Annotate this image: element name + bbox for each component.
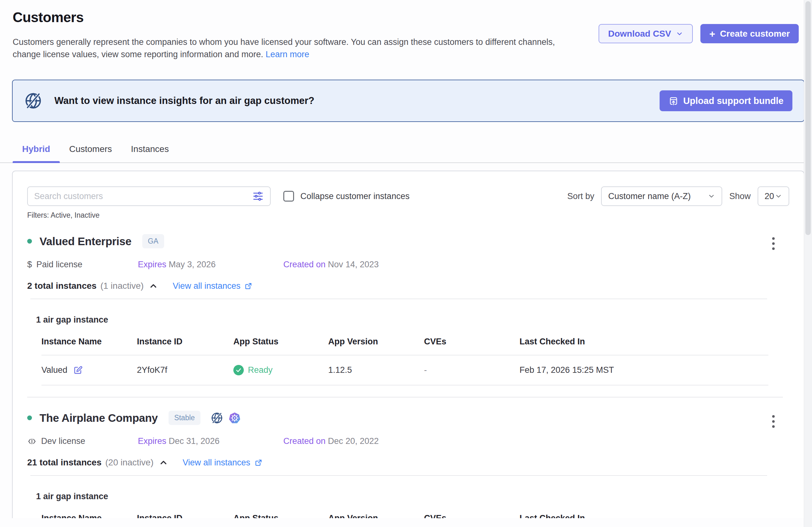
- channel-icons: [211, 412, 241, 424]
- created-date: Dec 20, 2022: [328, 436, 379, 446]
- created-info: Created on Dec 20, 2022: [283, 436, 429, 446]
- kebab-menu-button[interactable]: [770, 236, 777, 252]
- instances-table: Instance Name Instance ID App Status App…: [41, 513, 768, 518]
- learn-more-link[interactable]: Learn more: [266, 50, 309, 59]
- divider: [30, 475, 767, 476]
- edit-icon[interactable]: [73, 365, 83, 375]
- airgap-instance-count: 1 air gap instance: [36, 315, 789, 325]
- external-link-icon: [244, 282, 253, 290]
- tab-bar: Hybrid Customers Instances: [0, 139, 812, 163]
- expires-info: Expires Dec 31, 2026: [138, 436, 283, 446]
- download-csv-button[interactable]: Download CSV: [598, 24, 693, 43]
- collapse-caret-up-icon[interactable]: [149, 281, 158, 291]
- upload-button-label: Upload support bundle: [683, 96, 784, 106]
- col-app-status: App Status: [233, 513, 328, 518]
- show-select[interactable]: 20: [758, 186, 789, 206]
- view-all-instances-link[interactable]: View all instances: [183, 458, 263, 468]
- tab-instances[interactable]: Instances: [121, 139, 178, 162]
- col-cves: CVEs: [424, 513, 520, 518]
- collapse-instances-label: Collapse customer instances: [300, 192, 409, 201]
- license-label: Paid license: [37, 260, 83, 270]
- col-instance-id: Instance ID: [137, 513, 233, 518]
- license-type: $ Paid license: [27, 260, 138, 270]
- created-on-label: Created on: [283, 436, 326, 446]
- chevron-down-icon: [708, 192, 715, 200]
- airgap-globe-icon: [211, 412, 223, 424]
- expires-info: Expires May 3, 2026: [138, 260, 283, 270]
- airgap-globe-icon: [24, 92, 42, 110]
- instances-summary-row: 21 total instances (20 inactive) View al…: [27, 457, 789, 468]
- col-instance-id: Instance ID: [137, 337, 233, 347]
- collapse-instances-checkbox[interactable]: [283, 191, 294, 201]
- license-type: Dev license: [27, 436, 138, 446]
- create-customer-button[interactable]: + Create customer: [700, 24, 799, 43]
- search-box: [27, 186, 271, 206]
- col-app-version: App Version: [328, 337, 424, 347]
- check-circle-icon: [233, 365, 244, 375]
- created-info: Created on Nov 14, 2023: [283, 260, 429, 270]
- expires-label: Expires: [138, 436, 166, 446]
- scrollbar-thumb[interactable]: [806, 1, 811, 235]
- banner-title: Want to view instance insights for an ai…: [54, 95, 314, 106]
- sort-by-select[interactable]: Customer name (A-Z): [601, 186, 722, 206]
- total-instances-count: 2 total instances: [27, 281, 97, 291]
- cves-value: -: [424, 365, 520, 375]
- search-input[interactable]: [34, 192, 252, 201]
- expires-date: Dec 31, 2026: [169, 436, 220, 446]
- last-checked-in: Feb 17, 2026 15:25 MST: [520, 365, 768, 375]
- customer-name[interactable]: Valued Enterprise: [40, 235, 132, 248]
- app-version: 1.12.5: [328, 365, 424, 375]
- customer-name-row: The Airplane Company Stable: [27, 411, 789, 425]
- external-link-icon: [254, 458, 263, 467]
- total-instances-count: 21 total instances: [27, 457, 102, 468]
- toolbar: Collapse customer instances Sort by Cust…: [13, 171, 804, 206]
- kebab-menu-button[interactable]: [770, 413, 777, 430]
- kubernetes-icon: [228, 412, 241, 424]
- tab-customers[interactable]: Customers: [60, 139, 121, 162]
- app-status-text: Ready: [248, 365, 273, 375]
- expires-label: Expires: [138, 260, 166, 269]
- vertical-scrollbar[interactable]: [804, 0, 812, 527]
- col-cves: CVEs: [424, 337, 520, 347]
- create-customer-label: Create customer: [720, 29, 790, 39]
- collapse-instances-group: Collapse customer instances: [283, 191, 409, 201]
- active-status-dot: [27, 416, 32, 420]
- view-all-instances-label: View all instances: [183, 458, 250, 468]
- inactive-instances-note: (1 inactive): [100, 281, 144, 291]
- customer-meta-row: $ Paid license Expires May 3, 2026 Creat…: [27, 260, 789, 270]
- collapse-caret-up-icon[interactable]: [159, 458, 168, 467]
- view-all-instances-link[interactable]: View all instances: [173, 281, 253, 291]
- app-status-cell: Ready: [233, 365, 328, 375]
- page-title: Customers: [13, 10, 799, 25]
- instance-name: Valued: [41, 365, 67, 375]
- instances-table: Instance Name Instance ID App Status App…: [41, 337, 768, 386]
- instance-id: 2YfoK7f: [137, 365, 233, 375]
- instances-summary-row: 2 total instances (1 inactive) View all …: [27, 281, 789, 291]
- page-description: Customers generally represent the compan…: [13, 36, 574, 61]
- toolbar-right: Sort by Customer name (A-Z) Show 20: [567, 186, 789, 206]
- view-all-instances-label: View all instances: [173, 281, 240, 291]
- active-status-dot: [27, 239, 32, 244]
- col-instance-name: Instance Name: [41, 513, 137, 518]
- sort-by-value: Customer name (A-Z): [608, 192, 691, 201]
- tab-hybrid[interactable]: Hybrid: [13, 139, 60, 162]
- upload-icon: [668, 96, 679, 106]
- filter-sliders-icon[interactable]: [252, 191, 264, 202]
- chevron-down-icon: [775, 192, 782, 200]
- dollar-icon: $: [27, 260, 32, 270]
- instances-table-header: Instance Name Instance ID App Status App…: [41, 513, 768, 518]
- upload-support-bundle-button[interactable]: Upload support bundle: [659, 90, 793, 111]
- col-last-checked-in: Last Checked In: [520, 513, 768, 518]
- col-app-version: App Version: [328, 513, 424, 518]
- table-row: Valued 2YfoK7f Ready: [41, 356, 768, 386]
- page-header: Customers Customers generally represent …: [0, 0, 812, 61]
- instances-table-header: Instance Name Instance ID App Status App…: [41, 337, 768, 356]
- show-label: Show: [729, 192, 751, 201]
- created-date: Nov 14, 2023: [328, 260, 379, 269]
- customer-name[interactable]: The Airplane Company: [40, 412, 158, 424]
- filters-note: Filters: Active, Inactive: [13, 206, 804, 220]
- customer-card-valued-enterprise: Valued Enterprise GA $ Paid license Expi…: [13, 220, 804, 386]
- code-icon: [27, 437, 37, 446]
- customers-page: Customers Customers generally represent …: [0, 0, 812, 527]
- channel-badge: GA: [142, 234, 164, 249]
